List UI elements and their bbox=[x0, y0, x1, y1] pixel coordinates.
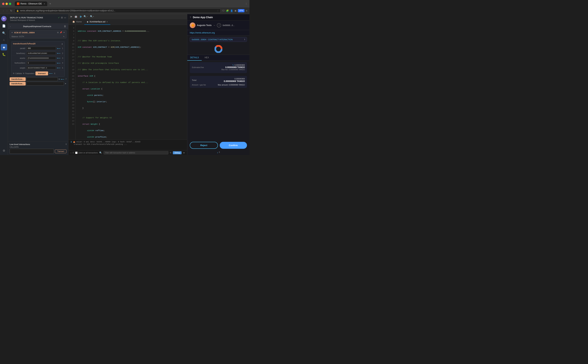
transfer-fn-2-input[interactable] bbox=[26, 77, 58, 81]
minimize-button[interactable] bbox=[6, 3, 8, 5]
close-icon[interactable]: ✕ bbox=[63, 31, 65, 34]
param-weight-label: weight: bbox=[13, 67, 26, 69]
browser-tabs: Remix - Ethereum IDE ✕ + bbox=[15, 1, 244, 6]
param-assets-input[interactable] bbox=[26, 57, 56, 60]
new-tab-button[interactable]: + bbox=[48, 2, 52, 5]
sidebar-item-git[interactable]: ⑃ bbox=[1, 37, 7, 43]
sidebar-item-deploy[interactable]: ◆ bbox=[1, 44, 7, 50]
param-parald-input[interactable] bbox=[26, 47, 56, 50]
address-bar[interactable]: 🔒 remix.ethereum.org/#lang=en&optimize=f… bbox=[14, 9, 221, 13]
sidebar-item-search[interactable]: 🔍 bbox=[1, 30, 7, 36]
interaction-info-icon[interactable]: ℹ bbox=[244, 38, 245, 41]
sidebar-item-files[interactable]: 📄 bbox=[1, 23, 7, 29]
reject-button[interactable]: Reject bbox=[190, 142, 218, 149]
wallet-account-row: 🔶 Augusto Tests → ? 0x00000...0... bbox=[187, 21, 249, 30]
active-tab[interactable]: Remix - Ethereum IDE ✕ bbox=[15, 1, 47, 6]
filter-bar[interactable] bbox=[103, 151, 168, 155]
xcm-tab-close[interactable]: ✕ bbox=[106, 21, 108, 23]
panel-icon[interactable]: ▭ bbox=[64, 16, 66, 19]
sidebar-bottom: ⚙ bbox=[1, 147, 7, 154]
browser-actions: 🛡 🧩 👤 ▣ VPN ≡ bbox=[222, 9, 247, 12]
transact-sm-button[interactable]: Transact bbox=[55, 150, 66, 153]
browser-menu-icon[interactable]: ⋮ bbox=[245, 2, 247, 5]
back-button[interactable]: ‹ bbox=[2, 9, 5, 13]
total-row: Total 0.00006969 0.00006969 TANGO bbox=[192, 78, 245, 83]
deploy-panel-header: DEPLOY & RUN TRANSACTIONS ✓ ⊞ ▭ Selected… bbox=[8, 14, 68, 24]
trash-icon[interactable]: 🗑 bbox=[64, 25, 66, 28]
bottom-bar: › 0 Listen on all transactions 🔍 ↻ Debug… bbox=[68, 150, 187, 155]
collapse-icon[interactable]: ⊻ bbox=[71, 141, 72, 143]
param-beneficiary-input[interactable] bbox=[26, 52, 56, 55]
maximize-button[interactable] bbox=[9, 3, 11, 5]
sidebar-item-home[interactable]: R bbox=[1, 15, 7, 22]
debug-button[interactable]: Debug bbox=[173, 151, 181, 154]
expanded-chevron[interactable]: ▲ bbox=[61, 43, 63, 45]
fee-icon-row: ✎ 0.00006969 bbox=[221, 64, 245, 66]
tab-hex[interactable]: HEX bbox=[202, 55, 212, 61]
confirm-button[interactable]: Confirm bbox=[220, 142, 247, 149]
xcm-tab-label: XcmInterface.sol bbox=[90, 20, 105, 23]
tab-xcminterface[interactable]: ◈ XcmInterface.sol ✕ bbox=[84, 19, 110, 25]
transfer-fn-3-btn[interactable]: transferAsse... bbox=[10, 82, 26, 85]
calldata-link[interactable]: Calldata bbox=[15, 72, 22, 74]
profile-icon[interactable]: 👤 bbox=[230, 9, 233, 12]
sidebar-toggle-icon[interactable]: ▣ bbox=[234, 9, 236, 12]
parameters-link[interactable]: Parameters bbox=[25, 72, 35, 74]
max-fee-row: Max fee: 0.00006969 TANGO bbox=[221, 69, 245, 71]
transfer-fn-3-input[interactable] bbox=[26, 82, 64, 85]
refresh-icon[interactable]: ↻ bbox=[170, 152, 171, 154]
extension-icon[interactable]: 🧩 bbox=[226, 9, 229, 12]
search-icon: 🔍 bbox=[2, 31, 6, 35]
sidebar-item-settings[interactable]: ⚙ bbox=[1, 147, 7, 154]
arrow-2: ⟵ bbox=[57, 52, 61, 55]
filter-input[interactable] bbox=[105, 152, 167, 154]
reload-button[interactable]: ↻ bbox=[9, 9, 13, 13]
deploy-panel: DEPLOY & RUN TRANSACTIONS ✓ ⊞ ▭ Selected… bbox=[8, 14, 68, 155]
param-assets-label: assets: bbox=[13, 57, 26, 59]
search-icon[interactable]: 🔍 bbox=[99, 151, 102, 154]
forward-button[interactable]: › bbox=[6, 9, 8, 13]
zoom-in-icon[interactable]: 🔍+ bbox=[89, 15, 95, 18]
compile-icon[interactable]: ◑ bbox=[79, 15, 82, 18]
num-5: 5 bbox=[62, 67, 63, 69]
analyze-icon[interactable]: 🤖 bbox=[74, 15, 78, 18]
balance-edit-icon[interactable]: ✎ bbox=[63, 36, 65, 38]
total-card: Total 0.00006969 0.00006969 TANGO Amount… bbox=[190, 76, 247, 88]
debug-chevron[interactable]: ▼ bbox=[183, 152, 185, 154]
param-beneficiary-label: beneficiary: bbox=[13, 52, 26, 54]
menu-icon[interactable]: ≡ bbox=[246, 9, 247, 12]
contract-addr-display: 0x00000...0... bbox=[223, 24, 234, 26]
param-fee-asset-input[interactable] bbox=[26, 61, 56, 65]
git-icon: ⑃ bbox=[3, 39, 5, 42]
arrow-3: ⟵ bbox=[57, 57, 61, 59]
expand-icon[interactable]: ⊞ bbox=[61, 16, 63, 19]
contract-chevron[interactable]: ▼ bbox=[11, 32, 13, 33]
bottom-prompt: › bbox=[71, 152, 71, 154]
fee-value-tango: 0.00006969 TANGO bbox=[221, 66, 245, 69]
copy-params-icon[interactable]: ⧉ bbox=[23, 72, 24, 74]
tab-home[interactable]: 🏠 Home bbox=[70, 19, 84, 25]
shield-icon[interactable]: 🛡 bbox=[222, 9, 225, 12]
fn-3-chevron[interactable]: ▼ bbox=[65, 83, 66, 85]
zoom-out-icon[interactable]: 🔍− bbox=[83, 15, 89, 18]
tab-close-icon[interactable]: ✕ bbox=[44, 3, 45, 5]
copy-icon[interactable]: ⧉ bbox=[57, 31, 59, 34]
wallet-actions: Reject Confirm bbox=[187, 139, 249, 151]
close-button[interactable] bbox=[2, 3, 5, 5]
debug-icon: 🐛 bbox=[2, 53, 6, 56]
run-icon[interactable]: ▶ bbox=[70, 15, 73, 18]
sidebar-item-debug[interactable]: 🐛 bbox=[1, 51, 7, 58]
copy-calldata-icon[interactable]: ⧉ bbox=[13, 72, 14, 74]
bookmark-icon[interactable]: ⋮ bbox=[217, 10, 219, 12]
param-weight-input[interactable] bbox=[26, 66, 56, 70]
listen-checkbox[interactable] bbox=[75, 152, 78, 154]
low-level-info-icon[interactable]: ℹ bbox=[66, 143, 66, 145]
transfer-fn-2-btn[interactable]: transferAsse... bbox=[10, 77, 26, 81]
calldata-input[interactable] bbox=[10, 149, 54, 154]
total-tango: 0.00006969 TANGO bbox=[224, 80, 245, 83]
transact-button[interactable]: transact bbox=[35, 72, 48, 75]
tab-details[interactable]: DETAILS bbox=[187, 55, 202, 61]
fn-2-chevron[interactable]: ▼ bbox=[58, 78, 60, 80]
contract-icons: ⧉ 📌 ✕ bbox=[57, 31, 65, 34]
pin-icon[interactable]: 📌 bbox=[60, 31, 62, 34]
